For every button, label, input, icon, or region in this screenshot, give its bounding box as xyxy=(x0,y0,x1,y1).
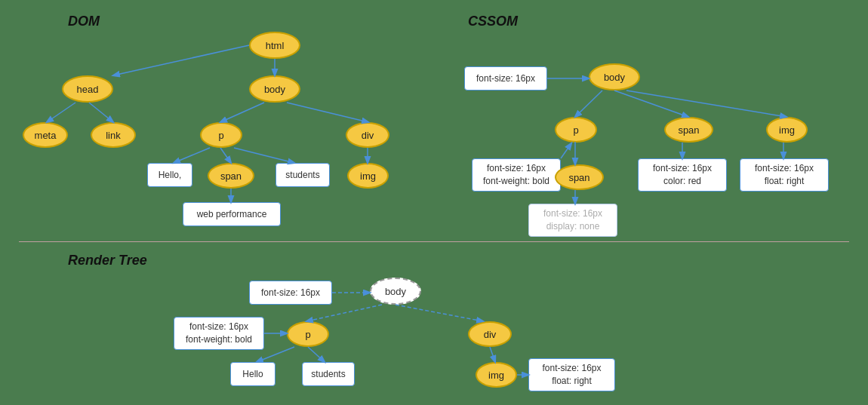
dom-body-node: body xyxy=(249,75,300,103)
dom-span-node: span xyxy=(208,163,254,189)
dom-html-node: html xyxy=(249,32,300,59)
diagram-container: DOM CSSOM Render Tree html head body met… xyxy=(0,0,868,405)
cssom-fontsize-span-child-box: font-size: 16pxdisplay: none xyxy=(528,204,617,237)
svg-line-26 xyxy=(490,347,495,362)
svg-line-14 xyxy=(626,91,786,117)
svg-line-8 xyxy=(234,148,294,163)
svg-line-15 xyxy=(561,143,571,158)
cssom-body-node: body xyxy=(589,63,640,91)
svg-line-21 xyxy=(306,305,382,321)
cssom-span-child-node: span xyxy=(555,164,604,190)
svg-line-4 xyxy=(220,103,264,122)
svg-line-13 xyxy=(614,91,688,117)
cssom-span-node: span xyxy=(664,117,713,143)
svg-line-2 xyxy=(47,103,75,122)
dom-p-node: p xyxy=(200,122,242,148)
cssom-fontsize-span-child-text: font-size: 16pxdisplay: none xyxy=(543,207,602,233)
svg-line-6 xyxy=(174,148,210,163)
cssom-fontsize-p-box: font-size: 16pxfont-weight: bold xyxy=(472,158,561,192)
connectors-svg xyxy=(0,0,868,405)
dom-web-performance-node: web performance xyxy=(183,202,281,226)
render-body-node: body xyxy=(370,278,421,305)
render-fontsize-body-box: font-size: 16px xyxy=(249,281,332,305)
render-fontsize-img-text: font-size: 16pxfloat: right xyxy=(542,362,601,388)
svg-line-0 xyxy=(113,45,249,75)
cssom-img-node: img xyxy=(766,117,808,143)
dom-title: DOM xyxy=(68,14,100,29)
render-fontsize-img-box: font-size: 16pxfloat: right xyxy=(528,358,615,391)
dom-hello-node: Hello, xyxy=(147,163,192,187)
cssom-fontsize-p-text: font-size: 16pxfont-weight: bold xyxy=(483,162,549,188)
dom-head-node: head xyxy=(62,75,113,103)
render-fontsize-p-box: font-size: 16pxfont-weight: bold xyxy=(174,317,264,350)
render-students-node: students xyxy=(302,362,355,386)
dom-img-node: img xyxy=(347,163,389,189)
cssom-fontsize-body-box: font-size: 16px xyxy=(464,66,547,91)
divider-line xyxy=(19,241,849,242)
cssom-fontsize-img-text: font-size: 16pxfloat: right xyxy=(755,162,814,188)
cssom-p-node: p xyxy=(555,117,597,143)
cssom-fontsize-span-text: font-size: 16pxcolor: red xyxy=(653,162,712,188)
render-div-node: div xyxy=(468,321,512,347)
render-tree-title: Render Tree xyxy=(68,253,147,268)
render-hello-node: Hello xyxy=(230,362,275,386)
render-p-node: p xyxy=(287,321,329,347)
svg-line-5 xyxy=(287,103,368,122)
cssom-fontsize-img-box: font-size: 16pxfloat: right xyxy=(740,158,829,192)
dom-div-node: div xyxy=(346,122,389,148)
svg-line-25 xyxy=(308,347,325,362)
svg-line-3 xyxy=(89,103,113,122)
svg-line-7 xyxy=(220,148,231,163)
dom-meta-node: meta xyxy=(23,122,68,148)
cssom-fontsize-span-box: font-size: 16pxcolor: red xyxy=(638,158,727,192)
svg-line-23 xyxy=(396,305,483,321)
render-fontsize-p-text: font-size: 16pxfont-weight: bold xyxy=(186,321,252,346)
dom-link-node: link xyxy=(91,122,136,148)
render-img-node: img xyxy=(476,362,517,388)
cssom-title: CSSOM xyxy=(468,14,518,29)
dom-students-node: students xyxy=(275,163,330,187)
svg-line-12 xyxy=(575,91,602,117)
